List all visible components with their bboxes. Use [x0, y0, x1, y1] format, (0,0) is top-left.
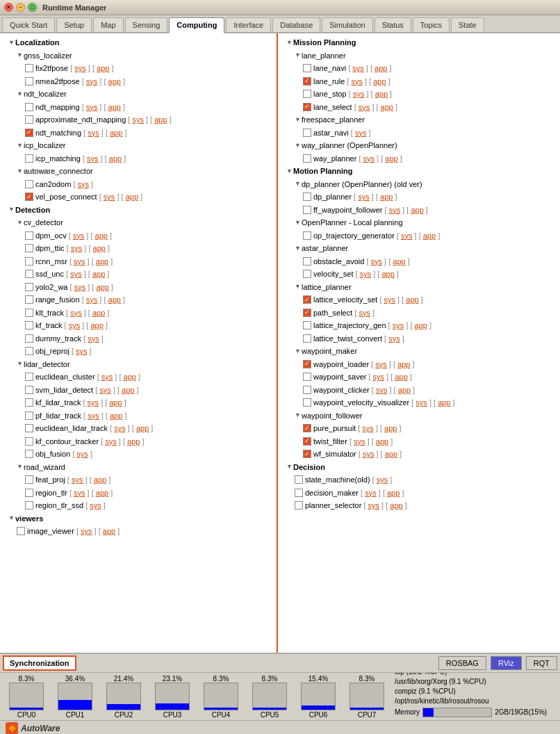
tab-state[interactable]: State: [451, 17, 484, 32]
close-button[interactable]: ✕: [4, 3, 13, 12]
check-dpm-ttic[interactable]: [25, 244, 33, 252]
link-ndt-matching-sys[interactable]: sys: [88, 127, 99, 139]
arrow-cv[interactable]: ▼: [17, 218, 24, 228]
subsection-dp: ▼ dp_planner (OpenPlanner) (old ver): [278, 178, 560, 191]
arrow-detection[interactable]: ▼: [8, 205, 15, 215]
cpu-label: CPU7: [358, 711, 377, 719]
item-ndt-matching: ✓ ndt_matching [ sys ] [ app ]: [0, 127, 277, 140]
item-way-planner: way_planner [ sys ] [ app ]: [278, 152, 560, 165]
link-ndt-mapping-sys[interactable]: sys: [86, 101, 98, 113]
link-approx-ndt-sys[interactable]: sys: [132, 114, 144, 126]
check-kf-track[interactable]: [25, 321, 33, 329]
item-lattice-vel-set: ✓ lattice_velocity_set [ sys ] [ app ]: [278, 293, 560, 307]
check-obj-reproj[interactable]: [25, 347, 33, 355]
link-fix2tfpose-app[interactable]: app: [97, 63, 109, 74]
check-fix2tfpose[interactable]: [25, 64, 33, 72]
check-ndt-matching[interactable]: ✓: [25, 129, 33, 137]
link-ndt-matching-app[interactable]: app: [110, 127, 122, 139]
tab-simulation[interactable]: Simulation: [322, 17, 372, 32]
sync-button[interactable]: Synchronization: [3, 655, 76, 671]
tab-interface[interactable]: Interface: [226, 17, 271, 32]
tab-quickstart[interactable]: Quick Start: [2, 17, 55, 32]
tab-sensing[interactable]: Sensing: [125, 17, 168, 32]
check-vel-pose[interactable]: ✓: [25, 193, 33, 201]
check-rcnn-msr[interactable]: [25, 257, 33, 266]
check-approx-ndt[interactable]: [25, 115, 33, 124]
window-controls[interactable]: ✕ − □: [4, 3, 37, 12]
tab-topics[interactable]: Topics: [413, 17, 450, 32]
rviz-button[interactable]: RViz: [491, 656, 522, 670]
minimize-button[interactable]: −: [16, 3, 25, 12]
arrow-lane[interactable]: ▼: [295, 51, 302, 60]
label-icp: icp_localizer: [24, 140, 66, 152]
label-road-wizard: road_wizard: [24, 462, 65, 473]
arrow-gnss[interactable]: ▼: [17, 51, 24, 60]
section-decision: ▼ Decision: [278, 461, 560, 474]
label-aw-connector: autoware_connector: [24, 165, 93, 177]
link-fix2tfpose-sys[interactable]: sys: [74, 63, 86, 74]
rosbag-button[interactable]: ROSBAG: [438, 656, 486, 670]
arrow-op-local[interactable]: ▼: [295, 218, 302, 228]
arrow-lidar[interactable]: ▼: [17, 359, 24, 369]
arrow-freespace[interactable]: ▼: [295, 115, 302, 125]
cpu-info-line: compiz (9.1 %CPU): [395, 687, 554, 696]
section-mission: ▼ Mission Planning: [278, 36, 560, 49]
link-icp-sys[interactable]: sys: [87, 153, 99, 165]
check-klt-track[interactable]: [25, 309, 33, 317]
item-lane-stop: lane_stop [ sys ] [ app ]: [278, 88, 560, 101]
item-pure-pursuit: ✓ pure_pursuit [ sys ] [ app ]: [278, 422, 560, 435]
arrow-mission[interactable]: ▼: [286, 38, 293, 48]
arrow-dp[interactable]: ▼: [295, 179, 302, 189]
item-ndt-mapping: ndt_mapping [ sys ] [ app ]: [0, 101, 277, 114]
check-nmea2tfpose[interactable]: [25, 77, 33, 85]
check-can2odom[interactable]: [25, 180, 33, 188]
arrow-ndt[interactable]: ▼: [17, 90, 24, 99]
arrow-astar[interactable]: ▼: [295, 244, 302, 254]
maximize-button[interactable]: □: [28, 3, 37, 12]
arrow-lattice[interactable]: ▼: [295, 282, 302, 292]
tab-database[interactable]: Database: [272, 17, 320, 32]
link-approx-ndt-app[interactable]: app: [154, 114, 167, 126]
tab-status[interactable]: Status: [374, 17, 411, 32]
arrow-aw-connector[interactable]: ▼: [17, 167, 24, 177]
check-dummy-track[interactable]: [25, 334, 33, 343]
tab-setup[interactable]: Setup: [56, 17, 92, 32]
link-nmea2tfpose-sys[interactable]: sys: [86, 76, 98, 88]
arrow-motion[interactable]: ▼: [286, 167, 293, 177]
arrow-road-wizard[interactable]: ▼: [17, 462, 24, 472]
rqt-button[interactable]: RQT: [526, 656, 557, 670]
link-icp-app[interactable]: app: [109, 153, 122, 165]
item-svm-lidar: svm_lidar_detect [ sys ] [ app ]: [0, 384, 277, 397]
arrow-viewers[interactable]: ▼: [8, 514, 15, 523]
arrow-wp-maker[interactable]: ▼: [295, 347, 302, 357]
subsection-wp-maker: ▼ waypoint_maker: [278, 345, 560, 358]
check-range-fusion[interactable]: [25, 295, 33, 304]
link-vel-pose-sys[interactable]: sys: [104, 191, 115, 203]
cpu-bar-fill: [10, 708, 43, 710]
arrow-decision[interactable]: ▼: [286, 462, 293, 472]
check-ssd-unc[interactable]: [25, 270, 33, 278]
tab-computing[interactable]: Computing: [169, 17, 224, 33]
item-region-tlr-ssd: region_tlr_ssd [ sys ]: [0, 499, 277, 512]
item-rcnn-msr: rcnn_msr [ sys ] [ app ]: [0, 255, 277, 268]
arrow-localization[interactable]: ▼: [8, 38, 15, 48]
link-nmea2tfpose-app[interactable]: app: [108, 76, 121, 88]
item-obj-reproj: obj_reproj [ sys ]: [0, 345, 277, 358]
arrow-way-planner[interactable]: ▼: [295, 141, 302, 151]
check-dpm-ocv[interactable]: [25, 231, 33, 240]
label-wp-maker: waypoint_maker: [302, 345, 357, 357]
link-vel-pose-app[interactable]: app: [126, 191, 138, 203]
label-lattice: lattice_planner: [302, 282, 352, 293]
cpu-info-panel: /opt/ros/kinetic/lib/rviz/rviz (72.top (…: [392, 673, 557, 719]
item-path-select: ✓ path_select [ sys ]: [278, 307, 560, 320]
check-yolo2-wa[interactable]: [25, 283, 33, 291]
tab-map[interactable]: Map: [93, 17, 123, 32]
label-lane: lane_planner: [302, 50, 346, 62]
check-icp-matching[interactable]: [25, 154, 33, 163]
check-ndt-mapping[interactable]: [25, 103, 33, 111]
cpu-bar-container: [106, 683, 141, 710]
link-ndt-mapping-app[interactable]: app: [108, 101, 121, 113]
arrow-wp-follower[interactable]: ▼: [295, 411, 302, 421]
link-can2odom-sys[interactable]: sys: [78, 179, 90, 190]
arrow-icp[interactable]: ▼: [17, 141, 24, 151]
